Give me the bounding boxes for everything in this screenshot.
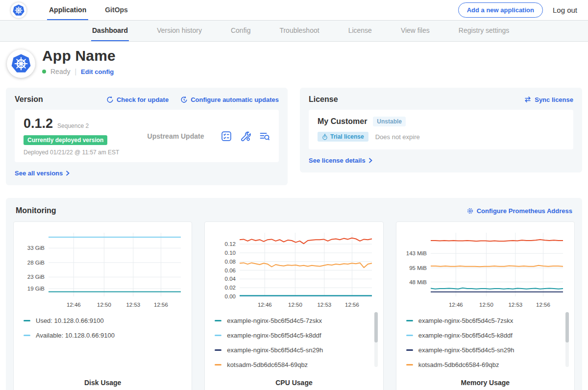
memory-usage-graph-card: 48 MiB95 MiB143 MiB12:4612:5012:5312:56 …	[396, 221, 575, 390]
disk-usage-chart: 19 GiB23 GiB28 GiB33 GiB12:4612:5012:531…	[18, 227, 188, 311]
kubernetes-logo[interactable]	[11, 2, 26, 18]
svg-text:0.06: 0.06	[225, 268, 236, 273]
deployed-badge: Currently deployed version	[24, 135, 107, 145]
config-wrench-icon[interactable]	[240, 131, 251, 142]
kubernetes-app-icon	[11, 54, 31, 73]
svg-text:12:46: 12:46	[67, 302, 81, 308]
tab-version-history[interactable]: Version history	[156, 21, 203, 41]
license-card-title: License	[309, 95, 338, 104]
preflight-checklist-icon[interactable]	[221, 131, 232, 142]
auto-update-clock-icon	[180, 96, 188, 103]
current-version-panel: 0.1.2 Sequence 2 Currently deployed vers…	[15, 110, 279, 162]
svg-text:12:53: 12:53	[126, 302, 140, 308]
version-card: Version Check for update Configure au	[6, 88, 288, 185]
tab-config[interactable]: Config	[230, 21, 251, 41]
memory-usage-legend: example-nginx-5bc6f5d4c5-7zskxexample-ng…	[406, 317, 562, 368]
svg-text:12:56: 12:56	[154, 302, 168, 308]
page-title: App Name	[42, 48, 116, 64]
legend-item: example-nginx-5bc6f5d4c5-sn29h	[215, 346, 370, 354]
chevron-right-icon	[66, 171, 70, 176]
legend-scrollbar[interactable]	[565, 312, 569, 367]
cpu-usage-title: CPU Usage	[209, 379, 379, 387]
top-nav: Application GitOps Add a new application…	[0, 0, 588, 21]
edit-config-link[interactable]: Edit config	[81, 68, 114, 75]
memory-usage-chart: 48 MiB95 MiB143 MiB12:4612:5012:5312:56	[400, 227, 570, 311]
svg-text:12:53: 12:53	[509, 302, 523, 308]
cpu-usage-graph-card: 0.000.020.040.060.080.100.1212:4612:5012…	[204, 221, 383, 390]
monitoring-section: Monitoring Configure Prometheus Address …	[6, 198, 582, 390]
svg-text:48 MiB: 48 MiB	[410, 279, 427, 285]
deploy-logs-icon[interactable]	[259, 131, 270, 142]
logout-link[interactable]: Log out	[553, 6, 577, 14]
legend-item: example-nginx-5bc6f5d4c5-7zskx	[215, 317, 370, 324]
legend-item: kotsadm-5db6dc6584-69qbz	[406, 361, 562, 368]
add-application-button[interactable]: Add a new application	[458, 2, 543, 18]
tab-view-files[interactable]: View files	[400, 21, 431, 41]
disk-usage-title: Disk Usage	[18, 379, 188, 387]
configure-automatic-updates-link[interactable]: Configure automatic updates	[180, 96, 279, 103]
tab-license[interactable]: License	[347, 21, 373, 41]
svg-text:95 MiB: 95 MiB	[410, 265, 427, 271]
kubernetes-logo-icon	[13, 4, 24, 16]
svg-text:12:56: 12:56	[536, 302, 550, 308]
license-expiry: Does not expire	[375, 133, 420, 141]
legend-scrollbar[interactable]	[374, 312, 378, 367]
svg-text:12:50: 12:50	[97, 302, 111, 308]
status-dot	[42, 70, 46, 73]
sync-arrows-icon	[524, 96, 532, 103]
svg-text:19 GiB: 19 GiB	[27, 286, 44, 292]
version-card-title: Version	[15, 95, 43, 104]
disk-usage-graph-card: 19 GiB23 GiB28 GiB33 GiB12:4612:5012:531…	[13, 221, 192, 390]
topnav-tab-gitops[interactable]: GitOps	[103, 0, 130, 20]
gear-icon	[466, 207, 474, 215]
svg-text:12:56: 12:56	[345, 302, 359, 308]
legend-item: example-nginx-5bc6f5d4c5-k8ddf	[215, 332, 370, 339]
svg-text:23 GiB: 23 GiB	[27, 274, 44, 280]
legend-item: Available: 10.128.0.66:9100	[24, 332, 179, 339]
version-sequence: Sequence 2	[57, 122, 89, 129]
svg-text:12:53: 12:53	[317, 302, 331, 308]
customer-name: My Customer	[318, 117, 367, 126]
version-source-label: Upstream Update	[130, 132, 221, 140]
tab-troubleshoot[interactable]: Troubleshoot	[278, 21, 320, 41]
tab-dashboard[interactable]: Dashboard	[91, 21, 129, 41]
deployed-timestamp: Deployed 01/21/22 @ 11:57 am EST	[24, 149, 130, 156]
svg-text:12:50: 12:50	[288, 302, 302, 308]
svg-text:33 GiB: 33 GiB	[27, 245, 44, 251]
monitoring-title: Monitoring	[16, 206, 56, 215]
stopwatch-icon	[322, 134, 328, 140]
trial-license-badge: Trial license	[318, 132, 368, 142]
svg-text:0.10: 0.10	[225, 250, 236, 256]
app-sub-nav: Dashboard Version history Config Trouble…	[0, 21, 588, 42]
cpu-usage-legend: example-nginx-5bc6f5d4c5-7zskxexample-ng…	[215, 317, 370, 368]
disk-usage-legend: Used: 10.128.0.66:9100Available: 10.128.…	[24, 317, 179, 339]
svg-text:0.00: 0.00	[225, 293, 236, 299]
sync-license-link[interactable]: Sync license	[524, 96, 573, 103]
svg-text:0.12: 0.12	[225, 241, 236, 247]
topnav-tab-application[interactable]: Application	[47, 0, 88, 20]
license-card: License Sync license My Customer Unstabl…	[300, 88, 582, 172]
license-panel: My Customer Unstable Trial license	[309, 110, 573, 149]
see-all-versions-link[interactable]: See all versions	[15, 170, 70, 177]
svg-text:0.08: 0.08	[225, 259, 236, 265]
status-text: Ready	[50, 68, 70, 75]
legend-item: example-nginx-5bc6f5d4c5-k8ddf	[406, 332, 562, 339]
legend-item: Used: 10.128.0.66:9100	[24, 317, 179, 324]
svg-text:12:46: 12:46	[258, 302, 272, 308]
configure-prometheus-link[interactable]: Configure Prometheus Address	[466, 207, 572, 215]
svg-text:12:50: 12:50	[479, 302, 493, 308]
svg-text:12:46: 12:46	[449, 302, 463, 308]
legend-item: example-nginx-5bc6f5d4c5-sn29h	[406, 346, 562, 354]
see-license-details-link[interactable]: See license details	[309, 157, 372, 164]
version-number: 0.1.2	[24, 116, 53, 131]
svg-text:0.02: 0.02	[225, 285, 236, 291]
refresh-icon	[106, 96, 114, 103]
check-for-update-link[interactable]: Check for update	[106, 96, 169, 103]
app-avatar	[7, 49, 35, 78]
channel-badge: Unstable	[373, 117, 406, 126]
svg-text:28 GiB: 28 GiB	[27, 260, 44, 266]
cpu-usage-chart: 0.000.020.040.060.080.100.1212:4612:5012…	[209, 227, 379, 311]
svg-text:143 MiB: 143 MiB	[406, 250, 427, 256]
tab-registry-settings[interactable]: Registry settings	[458, 21, 510, 41]
legend-item: kotsadm-5db6dc6584-69qbz	[215, 361, 370, 368]
